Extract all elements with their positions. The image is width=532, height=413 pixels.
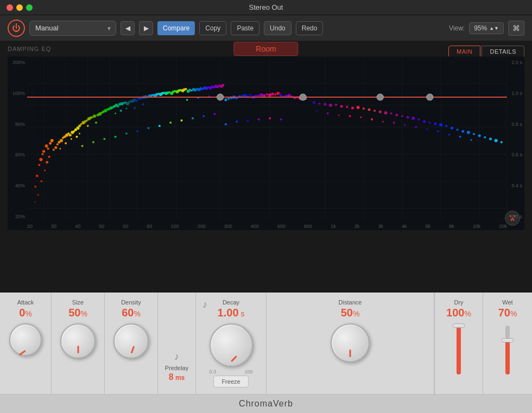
distance-knob[interactable] (331, 323, 370, 363)
svg-point-184 (357, 106, 360, 109)
svg-point-244 (280, 118, 282, 120)
view-value-control[interactable]: 95% ▲▼ (469, 22, 504, 34)
svg-point-35 (40, 180, 42, 182)
eq-top-bar: DAMPING EQ Room MAIN DETAILS (0, 41, 532, 56)
power-button[interactable]: ⏻ (8, 20, 25, 37)
svg-point-233 (159, 125, 161, 127)
wet-slider-thumb[interactable] (502, 338, 514, 342)
decay-min: 0.3 (210, 369, 217, 374)
x-label-400: 400 (251, 224, 259, 229)
eq-section: DAMPING EQ Room MAIN DETAILS 200% 100% 8… (0, 41, 532, 293)
copy-button[interactable]: Copy (199, 21, 226, 35)
svg-point-26 (41, 153, 43, 155)
svg-point-207 (484, 136, 486, 138)
svg-point-238 (213, 113, 216, 115)
svg-point-37 (34, 201, 36, 203)
svg-point-34 (48, 156, 50, 158)
svg-point-206 (478, 135, 481, 137)
svg-point-196 (423, 120, 426, 123)
svg-point-195 (417, 118, 420, 120)
dry-value: 100% (446, 307, 471, 319)
controls-row: Attack 0% Size 50% (0, 293, 532, 394)
link-icon: ⌘ (512, 24, 520, 33)
preset-select[interactable]: Manual (29, 21, 116, 36)
svg-point-40 (56, 143, 59, 145)
svg-point-47 (69, 134, 72, 137)
freeze-button[interactable]: Freeze (213, 376, 248, 387)
svg-point-205 (473, 133, 475, 135)
svg-point-214 (349, 115, 351, 117)
svg-point-164 (274, 93, 276, 96)
link-button[interactable]: ⌘ (508, 21, 524, 36)
svg-point-141 (221, 84, 224, 87)
room-button[interactable]: Room (233, 42, 298, 56)
svg-point-230 (125, 132, 128, 135)
dry-control: Dry 100% (434, 293, 483, 394)
dry-slider-track[interactable] (457, 326, 461, 374)
svg-point-248 (377, 94, 383, 100)
traffic-lights (7, 4, 33, 11)
redo-button[interactable]: Redo (296, 21, 324, 35)
svg-point-235 (180, 119, 182, 122)
svg-point-236 (192, 117, 194, 119)
tab-main[interactable]: MAIN (448, 46, 481, 58)
next-preset-button[interactable]: ▶ (139, 21, 153, 35)
svg-point-200 (445, 125, 447, 127)
svg-point-65 (79, 133, 80, 135)
svg-point-222 (437, 130, 439, 132)
compare-button[interactable]: Compare (157, 21, 195, 35)
svg-point-101 (142, 104, 144, 105)
y-right-08s: 0.8 s (511, 122, 522, 127)
svg-point-232 (148, 127, 150, 129)
wet-slider-container (505, 326, 510, 374)
svg-point-218 (393, 122, 395, 124)
svg-point-209 (495, 139, 498, 142)
svg-point-225 (470, 139, 472, 141)
wet-slider-track[interactable] (505, 326, 510, 374)
svg-point-247 (300, 94, 306, 100)
svg-point-204 (467, 131, 470, 134)
chevron-up-down-icon: ▲▼ (489, 26, 499, 31)
svg-point-165 (276, 92, 280, 95)
maximize-button[interactable] (26, 4, 33, 11)
svg-point-142 (186, 99, 188, 101)
close-button[interactable] (7, 4, 13, 11)
predelay-label: Predelay (165, 365, 188, 371)
svg-point-27 (42, 150, 45, 153)
paste-button[interactable]: Paste (231, 21, 259, 35)
x-label-1k: 1k (331, 224, 336, 229)
x-label-3k: 3k (378, 224, 383, 229)
svg-point-192 (401, 115, 403, 117)
svg-point-186 (368, 109, 370, 111)
note-icon: ♪ (174, 351, 179, 363)
svg-point-194 (411, 117, 415, 120)
svg-point-89 (125, 108, 127, 110)
prev-preset-button[interactable]: ◀ (121, 21, 135, 35)
y-label-60: 60% (10, 152, 25, 157)
density-knob[interactable] (113, 323, 149, 359)
undo-button[interactable]: Undo (264, 21, 292, 35)
minimize-button[interactable] (16, 4, 23, 11)
attack-knob[interactable] (9, 323, 42, 356)
dry-slider-thumb[interactable] (453, 323, 465, 328)
svg-point-219 (404, 124, 406, 126)
svg-point-29 (47, 148, 49, 150)
size-knob[interactable] (60, 323, 96, 359)
svg-point-242 (258, 118, 260, 120)
attack-control: Attack 0% (0, 293, 52, 394)
plugin-footer: ChromaVerb (0, 394, 532, 413)
svg-point-221 (426, 129, 428, 130)
svg-point-67 (95, 122, 97, 124)
svg-point-217 (382, 121, 384, 123)
svg-point-241 (246, 119, 249, 122)
svg-point-189 (384, 111, 387, 115)
svg-point-54 (75, 136, 78, 138)
decay-knob[interactable] (210, 323, 253, 367)
tab-details[interactable]: DETAILS (482, 46, 524, 58)
svg-point-88 (120, 110, 122, 112)
svg-point-162 (268, 93, 271, 97)
dry-label: Dry (454, 299, 463, 306)
svg-point-147 (227, 98, 230, 100)
svg-point-234 (169, 122, 172, 124)
svg-point-39 (54, 147, 57, 149)
